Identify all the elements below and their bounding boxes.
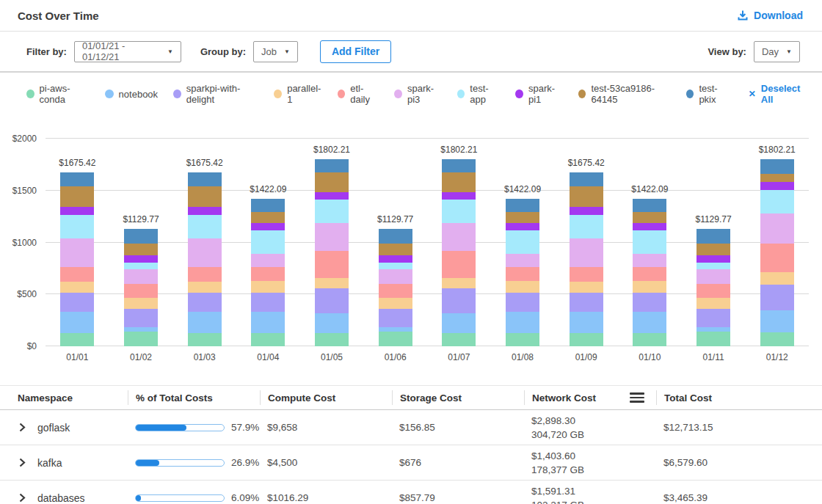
- bar-segment[interactable]: [696, 269, 730, 284]
- bar-segment[interactable]: [124, 244, 158, 255]
- bar-segment[interactable]: [570, 293, 603, 312]
- bar-segment[interactable]: [251, 293, 285, 312]
- bar-segment[interactable]: [188, 293, 222, 312]
- legend-item[interactable]: pi-aws-conda: [26, 83, 90, 105]
- legend-item[interactable]: spark-pi1: [515, 83, 562, 105]
- bar-segment[interactable]: [251, 223, 285, 231]
- bar-segment[interactable]: [760, 159, 794, 174]
- bar-segment[interactable]: [760, 332, 794, 346]
- bar-segment[interactable]: [760, 244, 794, 272]
- bar-segment[interactable]: [60, 293, 94, 312]
- bar-segment[interactable]: [570, 282, 603, 293]
- bar-segment[interactable]: [188, 172, 222, 186]
- bar-segment[interactable]: [442, 333, 476, 346]
- bar-segment[interactable]: [506, 254, 539, 267]
- column-menu-icon[interactable]: [628, 391, 646, 404]
- column-header[interactable]: Total Cost: [656, 390, 822, 405]
- bar-segment[interactable]: [188, 282, 222, 293]
- column-header[interactable]: Compute Cost: [260, 390, 392, 405]
- bar-segment[interactable]: [315, 288, 349, 313]
- bar-segment[interactable]: [188, 312, 222, 333]
- stacked-bar[interactable]: $1129.77: [696, 229, 730, 346]
- bar-segment[interactable]: [442, 251, 476, 278]
- stacked-bar[interactable]: $1675.42: [60, 172, 94, 346]
- bar-segment[interactable]: [442, 159, 476, 172]
- bar-segment[interactable]: [60, 312, 94, 333]
- bar-segment[interactable]: [506, 333, 539, 346]
- stacked-bar[interactable]: $1802.21: [760, 159, 794, 346]
- bar-segment[interactable]: [570, 312, 603, 333]
- bar-segment[interactable]: [696, 284, 730, 298]
- bar-segment[interactable]: [696, 263, 730, 269]
- bar-segment[interactable]: [251, 199, 285, 212]
- bar-segment[interactable]: [124, 332, 158, 346]
- date-range-select[interactable]: 01/01/21 - 01/12/21 ▼: [74, 41, 181, 62]
- bar-segment[interactable]: [506, 230, 539, 254]
- stacked-bar[interactable]: $1422.09: [506, 199, 539, 346]
- bar-segment[interactable]: [60, 186, 94, 207]
- bar-segment[interactable]: [251, 312, 285, 333]
- bar-segment[interactable]: [315, 278, 349, 288]
- stacked-bar[interactable]: $1129.77: [379, 229, 412, 346]
- bar-segment[interactable]: [442, 192, 476, 200]
- bar-segment[interactable]: [188, 186, 222, 207]
- bar-segment[interactable]: [760, 174, 794, 182]
- bar-segment[interactable]: [570, 267, 603, 282]
- legend-item[interactable]: notebook: [105, 89, 159, 100]
- bar-segment[interactable]: [379, 269, 412, 284]
- legend-item[interactable]: spark-pi3: [394, 83, 441, 105]
- bar-segment[interactable]: [315, 200, 349, 223]
- bar-segment[interactable]: [506, 281, 539, 293]
- bar-segment[interactable]: [442, 288, 476, 313]
- bar-segment[interactable]: [760, 182, 794, 190]
- legend-item[interactable]: parallel-1: [274, 83, 321, 105]
- bar-segment[interactable]: [60, 282, 94, 293]
- bar-segment[interactable]: [124, 263, 158, 269]
- expand-row-chevron-icon[interactable]: [18, 423, 26, 432]
- bar-segment[interactable]: [251, 212, 285, 223]
- column-header[interactable]: Namespace: [0, 390, 128, 405]
- bar-segment[interactable]: [251, 254, 285, 267]
- bar-segment[interactable]: [379, 255, 412, 263]
- bar-segment[interactable]: [60, 333, 94, 346]
- legend-item[interactable]: test-53ca9186-64145: [578, 83, 671, 105]
- bar-segment[interactable]: [696, 332, 730, 346]
- bar-segment[interactable]: [124, 309, 158, 327]
- bar-segment[interactable]: [570, 215, 603, 239]
- bar-segment[interactable]: [315, 333, 349, 346]
- bar-segment[interactable]: [188, 215, 222, 239]
- bar-segment[interactable]: [60, 238, 94, 267]
- bar-segment[interactable]: [442, 172, 476, 192]
- bar-segment[interactable]: [379, 263, 412, 269]
- view-by-select[interactable]: Day ▼: [754, 41, 800, 62]
- bar-segment[interactable]: [60, 172, 94, 186]
- bar-segment[interactable]: [251, 230, 285, 254]
- bar-segment[interactable]: [188, 267, 222, 282]
- bar-segment[interactable]: [124, 284, 158, 298]
- bar-segment[interactable]: [760, 310, 794, 332]
- bar-segment[interactable]: [633, 293, 666, 312]
- bar-segment[interactable]: [696, 255, 730, 263]
- bar-segment[interactable]: [251, 267, 285, 281]
- stacked-bar[interactable]: $1422.09: [633, 199, 666, 346]
- bar-segment[interactable]: [60, 207, 94, 214]
- group-by-select[interactable]: Job ▼: [253, 41, 298, 62]
- bar-segment[interactable]: [696, 229, 730, 244]
- bar-segment[interactable]: [315, 192, 349, 200]
- bar-segment[interactable]: [442, 200, 476, 223]
- add-filter-button[interactable]: Add Filter: [320, 40, 391, 63]
- bar-segment[interactable]: [506, 212, 539, 223]
- stacked-bar[interactable]: $1129.77: [124, 229, 158, 346]
- bar-segment[interactable]: [188, 333, 222, 346]
- bar-segment[interactable]: [570, 333, 603, 346]
- bar-segment[interactable]: [570, 207, 603, 214]
- bar-segment[interactable]: [379, 244, 412, 255]
- bar-segment[interactable]: [633, 333, 666, 346]
- bar-segment[interactable]: [379, 298, 412, 309]
- bar-segment[interactable]: [315, 251, 349, 278]
- bar-segment[interactable]: [60, 267, 94, 282]
- stacked-bar[interactable]: $1422.09: [251, 199, 285, 346]
- bar-segment[interactable]: [60, 215, 94, 239]
- bar-segment[interactable]: [696, 298, 730, 309]
- column-header[interactable]: % of Total Costs: [128, 390, 260, 405]
